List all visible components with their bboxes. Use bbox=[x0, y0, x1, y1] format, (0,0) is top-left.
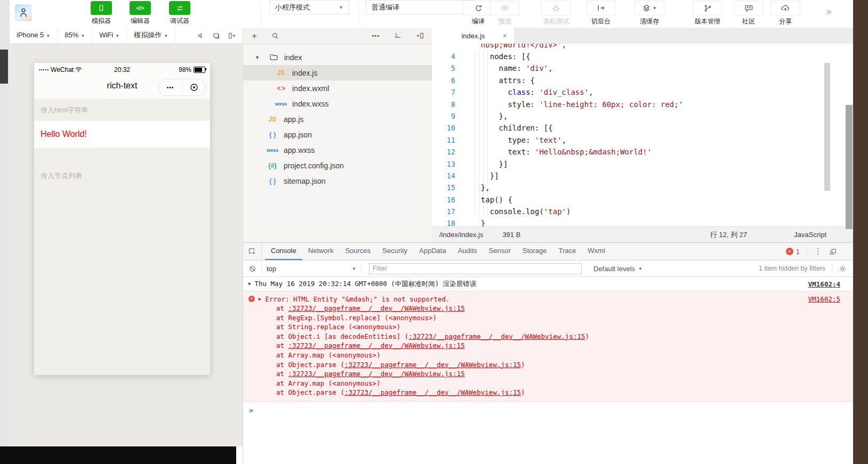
capsule-menu-button[interactable]: ••• bbox=[159, 85, 182, 91]
code-line-7: 7class: 'div_class', bbox=[432, 86, 853, 98]
toolbar-button-community[interactable]: 社区 bbox=[728, 0, 769, 26]
context-value: top bbox=[267, 265, 276, 273]
stack-frame: at :32723/__pageframe__/__dev__/WAWebvie… bbox=[243, 369, 853, 379]
user-avatar[interactable] bbox=[15, 4, 32, 21]
zoom-select[interactable]: 85%▼ bbox=[58, 27, 92, 44]
add-file-icon[interactable]: + bbox=[252, 31, 257, 40]
devtools-tab-trace[interactable]: Trace bbox=[553, 243, 582, 260]
error-message: Error: HTML Entity "&mdash;" is not supp… bbox=[265, 295, 449, 303]
file-sitemap-json[interactable]: { }sitemap.json bbox=[243, 173, 432, 189]
config-file-icon: {#} bbox=[264, 162, 280, 169]
code-line-16: 16tap() { bbox=[432, 194, 853, 206]
devtools-tab-sources[interactable]: Sources bbox=[339, 243, 376, 260]
caret-right-icon[interactable]: ▶ bbox=[259, 296, 261, 302]
editor-scrollbar[interactable] bbox=[824, 63, 830, 191]
stack-source-link[interactable]: :32723/__pageframe__/__dev__/WAWebview.j… bbox=[344, 361, 521, 369]
devtools-tab-console[interactable]: Console bbox=[265, 243, 302, 260]
line-number: 13 bbox=[432, 158, 455, 170]
file-project-config-json[interactable]: {#}project.config.json bbox=[243, 158, 432, 173]
toolbar-button-simulator-label: 模拟器 bbox=[84, 17, 118, 26]
file-app-js[interactable]: JSapp.js bbox=[243, 111, 432, 127]
toolbar-overflow-button[interactable]: » bbox=[826, 6, 830, 17]
stack-source-link[interactable]: :32723/__pageframe__/__dev__/WAWebview.j… bbox=[288, 341, 465, 349]
inspect-element-button[interactable] bbox=[243, 243, 262, 260]
devtools-tab-security[interactable]: Security bbox=[376, 243, 413, 260]
caret-down-icon: ▼ bbox=[255, 55, 260, 60]
speaker-icon[interactable] bbox=[197, 31, 205, 40]
devtools-tab-audits[interactable]: Audits bbox=[452, 243, 483, 260]
toolbar-button-editor[interactable]: </> 编辑器 bbox=[123, 1, 157, 26]
popout-icon[interactable] bbox=[829, 248, 837, 256]
devtools-tab-storage[interactable]: Storage bbox=[517, 243, 553, 260]
stack-source-link[interactable]: :32723/__pageframe__/__dev__/WAWebview.j… bbox=[344, 388, 521, 396]
devtools-tab-network[interactable]: Network bbox=[302, 243, 340, 260]
file-name: project.config.json bbox=[284, 161, 344, 170]
toolbar-button-switch-background[interactable]: 切后台 bbox=[581, 0, 621, 26]
chevron-down-icon: ▼ bbox=[164, 34, 168, 38]
simulate-actions-select[interactable]: 模拟操作▼ bbox=[127, 27, 175, 44]
mode-select[interactable]: 小程序模式 ▼ bbox=[269, 0, 349, 14]
file-index-js[interactable]: JSindex.js bbox=[243, 65, 432, 80]
console-prompt[interactable]: > bbox=[243, 406, 853, 414]
toolbar-button-preview[interactable]: 预览 bbox=[485, 0, 525, 26]
clear-console-icon[interactable] bbox=[243, 265, 261, 273]
dock-left-icon[interactable] bbox=[416, 31, 424, 40]
device-select[interactable]: iPhone 5▼ bbox=[10, 27, 58, 44]
toolbar-button-clear-cache[interactable]: ▼ 清缓存 bbox=[629, 0, 670, 26]
toolbar-button-remote-debug[interactable]: 真机调试 bbox=[536, 0, 576, 26]
capsule-close-button[interactable] bbox=[182, 83, 205, 92]
dock-right-icon[interactable] bbox=[228, 31, 236, 40]
devtools-tab-appdata[interactable]: AppData bbox=[413, 243, 452, 260]
toolbar-button-share[interactable]: 分享 bbox=[765, 0, 806, 26]
console-error-entry: × ▶ Error: HTML Entity "&mdash;" is not … bbox=[243, 291, 853, 402]
file-app-json[interactable]: { }app.json bbox=[243, 127, 432, 142]
console-settings-gear-icon[interactable] bbox=[839, 265, 847, 273]
language-mode[interactable]: JavaScript bbox=[794, 231, 826, 239]
rich-text-output: Hello World! bbox=[34, 121, 210, 148]
devtools-tab-sensor[interactable]: Sensor bbox=[483, 243, 517, 260]
simulator-toolbar: iPhone 5▼ 85%▼ WiFi▼ 模拟操作▼ bbox=[10, 28, 243, 44]
toolbar-button-simulator[interactable]: 模拟器 bbox=[84, 1, 118, 26]
stack-frame: at String.replace (<anonymous>) bbox=[243, 322, 853, 332]
switch-arrow-icon bbox=[596, 3, 606, 13]
execution-context-select[interactable]: top ▼ bbox=[262, 265, 361, 273]
source-link[interactable]: VM1602:4 bbox=[808, 280, 840, 288]
compile-mode-select[interactable]: 普通编译 ▼ bbox=[366, 0, 473, 14]
kebab-menu-icon[interactable]: ⋮ bbox=[814, 247, 822, 256]
error-counter[interactable]: × 1 bbox=[786, 248, 800, 256]
toolbar-button-version[interactable]: 版本管理 bbox=[687, 0, 728, 26]
console-group-row[interactable]: ▼ Thu May 16 2019 20:32:14 GMT+0800 (中国标… bbox=[243, 277, 853, 291]
log-levels-select[interactable]: Default levels ▼ bbox=[593, 265, 642, 273]
chevron-down-icon: ▼ bbox=[46, 34, 50, 38]
toolbar-button-debugger[interactable]: 调试器 bbox=[163, 1, 197, 26]
stack-source-link[interactable]: :32723/__pageframe__/__dev__/WAWebview.j… bbox=[288, 304, 465, 312]
search-icon[interactable] bbox=[271, 31, 279, 40]
stack-source-link[interactable]: :32723/__pageframe__/__dev__/WAWebview.j… bbox=[408, 332, 585, 340]
toolbar-button-editor-label: 编辑器 bbox=[123, 17, 157, 26]
code-editor[interactable]: nbsp;World!</div>',4nodes: [{5name: 'div… bbox=[432, 44, 853, 226]
file-size: 391 B bbox=[502, 231, 520, 239]
sort-icon[interactable] bbox=[393, 31, 402, 40]
sliders-icon bbox=[176, 4, 184, 12]
network-select[interactable]: WiFi▼ bbox=[92, 27, 127, 44]
stack-source-link[interactable]: :32723/__pageframe__/__dev__/WAWebview.j… bbox=[288, 370, 465, 378]
devtools-tab-wxml[interactable]: Wxml bbox=[582, 243, 611, 260]
line-number: 11 bbox=[432, 134, 455, 146]
editor-tab-index-js[interactable]: index.js × bbox=[432, 28, 515, 44]
folder-index[interactable]: ▼ index bbox=[243, 50, 432, 65]
display-icon[interactable] bbox=[212, 31, 221, 40]
error-source-link[interactable]: VM1602:5 bbox=[808, 295, 840, 303]
editor-panel: index.js × nbsp;World!</div>',4nodes: [{… bbox=[432, 28, 853, 242]
console-filter-input[interactable] bbox=[369, 263, 582, 274]
code-line-clipped: nbsp;World!</div>', bbox=[432, 44, 853, 51]
file-index-wxml[interactable]: < >index.wxml bbox=[243, 80, 432, 96]
stack-frame: at Array.map (<anonymous>) bbox=[243, 351, 853, 360]
group-header-text: Thu May 16 2019 20:32:14 GMT+0800 (中国标准时… bbox=[254, 280, 476, 289]
more-options-icon[interactable]: ••• bbox=[372, 32, 380, 39]
devtools-panel: ConsoleNetworkSourcesSecurityAppDataAudi… bbox=[243, 242, 853, 464]
file-app-wxss[interactable]: wxssapp.wxss bbox=[243, 142, 432, 158]
file-index-wxss[interactable]: wxssindex.wxss bbox=[243, 96, 432, 111]
folder-name: index bbox=[284, 53, 302, 62]
js-file-icon: JS bbox=[273, 69, 289, 77]
close-icon[interactable]: × bbox=[503, 31, 507, 40]
